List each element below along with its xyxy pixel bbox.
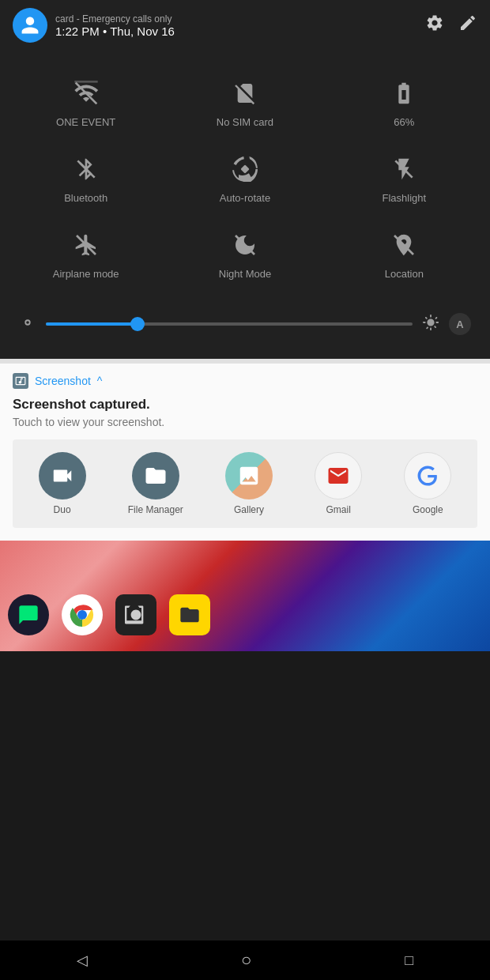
nosim-icon (232, 81, 258, 110)
nav-recent-button[interactable]: □ (405, 952, 413, 969)
settings-icon[interactable] (425, 13, 444, 37)
notification-header: Screenshot ^ (13, 373, 477, 389)
qs-tile-autorotate[interactable]: Auto-rotate (167, 142, 322, 215)
qs-tile-location[interactable]: Location (326, 218, 482, 291)
google-label: Google (413, 504, 443, 515)
dock-messages[interactable] (8, 594, 49, 635)
share-app-google[interactable]: Google (404, 452, 451, 515)
gallery-label: Gallery (234, 504, 264, 515)
duo-icon (39, 452, 86, 499)
location-icon (391, 232, 416, 262)
qs-tile-nightmode[interactable]: Night Mode (167, 218, 322, 291)
qs-label-bluetooth: Bluetooth (64, 192, 107, 204)
slider-track (46, 322, 413, 326)
filemanager-label: File Manager (128, 504, 183, 515)
notif-app-name: Screenshot (35, 375, 91, 387)
qs-tile-flashlight[interactable]: Flashlight (326, 142, 482, 215)
dock-chrome[interactable] (62, 594, 103, 635)
auto-a-button[interactable]: A (449, 313, 471, 335)
taskbar-area (0, 541, 490, 651)
nightmode-icon (232, 232, 258, 262)
qs-label-airplane: Airplane mode (53, 268, 119, 280)
dock-files[interactable] (169, 594, 210, 635)
qs-label-location: Location (385, 268, 424, 280)
auto-a-label: A (456, 318, 463, 330)
wifi-icon (74, 81, 99, 110)
gmail-icon (315, 452, 362, 499)
time-text: 1:22 PM • Thu, Nov 16 (55, 24, 175, 38)
notif-chevron: ^ (97, 375, 103, 387)
status-text-block: card - Emergency calls only 1:22 PM • Th… (55, 13, 175, 38)
auto-brightness-icon (422, 314, 439, 334)
qs-label-battery: 66% (394, 116, 414, 128)
qs-label-flashlight: Flashlight (383, 192, 427, 204)
airplane-icon (74, 232, 99, 262)
svg-point-9 (77, 610, 87, 620)
qs-tile-no-sim[interactable]: No SIM card (167, 66, 322, 139)
slider-thumb (130, 317, 145, 331)
flashlight-icon (391, 156, 416, 186)
status-left: card - Emergency calls only 1:22 PM • Th… (13, 8, 175, 43)
notification-area: Screenshot ^ Screenshot captured. Touch … (0, 364, 490, 541)
nav-home-button[interactable]: ○ (241, 950, 251, 971)
brightness-row: A (8, 307, 482, 351)
autorotate-icon (232, 156, 258, 186)
gallery-icon (225, 452, 273, 499)
battery-icon (391, 81, 416, 110)
share-app-filemanager[interactable]: File Manager (128, 452, 183, 515)
qs-tile-one-event[interactable]: ONE EVENT (8, 66, 164, 139)
avatar (13, 8, 47, 43)
share-app-duo[interactable]: Duo (39, 452, 86, 515)
edit-icon[interactable] (458, 13, 477, 37)
brightness-slider[interactable] (46, 322, 413, 326)
bluetooth-icon (74, 156, 99, 186)
share-app-gallery[interactable]: Gallery (225, 452, 273, 515)
duo-label: Duo (54, 504, 71, 515)
qs-label-autorotate: Auto-rotate (220, 192, 270, 204)
notif-subtitle: Touch to view your screenshot. (13, 416, 477, 428)
status-icons (425, 13, 477, 37)
qs-grid: ONE EVENT No SIM card 66% (8, 66, 482, 291)
quick-settings-panel: ONE EVENT No SIM card 66% (0, 51, 490, 359)
nav-back-button[interactable]: ◁ (77, 952, 88, 969)
nav-bar: ◁ ○ □ (0, 940, 490, 980)
share-apps-grid: Duo File Manager Gallery (19, 452, 471, 515)
qs-tile-bluetooth[interactable]: Bluetooth (8, 142, 164, 215)
status-bar: card - Emergency calls only 1:22 PM • Th… (0, 0, 490, 51)
carrier-text: card - Emergency calls only (55, 13, 175, 24)
qs-tile-airplane[interactable]: Airplane mode (8, 218, 164, 291)
notif-title: Screenshot captured. (13, 397, 477, 413)
slider-fill (46, 322, 138, 326)
qs-label-one-event: ONE EVENT (56, 116, 115, 128)
qs-label-nightmode: Night Mode (219, 268, 271, 280)
qs-label-no-sim: No SIM card (217, 116, 273, 128)
filemanager-icon (132, 452, 179, 499)
google-icon (404, 452, 451, 499)
svg-rect-3 (240, 164, 249, 173)
dock-camera[interactable] (115, 594, 156, 635)
svg-point-8 (25, 320, 30, 325)
brightness-low-icon (19, 314, 36, 335)
gmail-label: Gmail (326, 504, 351, 515)
screenshot-app-icon (13, 373, 28, 389)
qs-tile-battery[interactable]: 66% (326, 66, 482, 139)
share-apps-container: Duo File Manager Gallery (13, 439, 477, 528)
share-app-gmail[interactable]: Gmail (315, 452, 362, 515)
